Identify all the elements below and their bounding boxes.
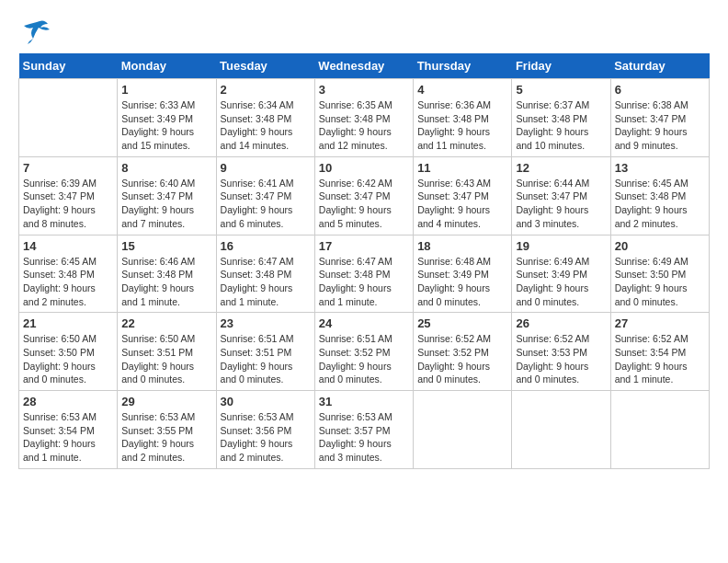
- day-number: 7: [23, 161, 113, 175]
- calendar-cell: 26Sunrise: 6:52 AM Sunset: 3:53 PM Dayli…: [512, 313, 610, 391]
- day-info: Sunrise: 6:52 AM Sunset: 3:54 PM Dayligh…: [615, 332, 705, 386]
- day-number: 19: [516, 239, 606, 253]
- day-number: 18: [417, 239, 507, 253]
- calendar-cell: 15Sunrise: 6:46 AM Sunset: 3:48 PM Dayli…: [118, 235, 216, 313]
- day-info: Sunrise: 6:53 AM Sunset: 3:56 PM Dayligh…: [221, 410, 311, 465]
- logo-bird-icon: [18, 18, 50, 44]
- day-info: Sunrise: 6:43 AM Sunset: 3:47 PM Dayligh…: [417, 177, 507, 231]
- day-number: 1: [121, 83, 211, 97]
- day-number: 6: [615, 83, 705, 97]
- calendar-cell: 14Sunrise: 6:45 AM Sunset: 3:48 PM Dayli…: [19, 235, 118, 313]
- day-number: 24: [319, 316, 409, 330]
- calendar-cell: 19Sunrise: 6:49 AM Sunset: 3:49 PM Dayli…: [512, 235, 610, 313]
- day-number: 5: [516, 83, 606, 97]
- day-number: 30: [221, 395, 311, 408]
- day-number: 12: [516, 161, 606, 175]
- calendar-cell: 18Sunrise: 6:48 AM Sunset: 3:49 PM Dayli…: [414, 235, 512, 313]
- calendar-cell: 10Sunrise: 6:42 AM Sunset: 3:47 PM Dayli…: [314, 156, 413, 235]
- calendar-week-row: 21Sunrise: 6:50 AM Sunset: 3:50 PM Dayli…: [19, 313, 710, 391]
- day-number: 21: [23, 316, 113, 330]
- day-number: 31: [319, 395, 409, 408]
- day-number: 28: [23, 395, 113, 408]
- day-number: 29: [121, 395, 211, 408]
- calendar-cell: 5Sunrise: 6:37 AM Sunset: 3:48 PM Daylig…: [512, 79, 610, 157]
- calendar-body: 1Sunrise: 6:33 AM Sunset: 3:49 PM Daylig…: [19, 79, 710, 469]
- calendar-cell: 20Sunrise: 6:49 AM Sunset: 3:50 PM Dayli…: [610, 235, 709, 313]
- day-number: 13: [615, 161, 705, 175]
- day-number: 9: [221, 161, 311, 175]
- day-number: 10: [319, 161, 409, 175]
- calendar-cell: 13Sunrise: 6:45 AM Sunset: 3:48 PM Dayli…: [610, 156, 709, 235]
- day-info: Sunrise: 6:51 AM Sunset: 3:52 PM Dayligh…: [319, 332, 409, 386]
- calendar-cell: 29Sunrise: 6:53 AM Sunset: 3:55 PM Dayli…: [118, 391, 216, 469]
- day-info: Sunrise: 6:40 AM Sunset: 3:47 PM Dayligh…: [121, 177, 211, 231]
- day-number: 22: [121, 316, 211, 330]
- day-info: Sunrise: 6:46 AM Sunset: 3:48 PM Dayligh…: [121, 255, 211, 309]
- day-info: Sunrise: 6:53 AM Sunset: 3:54 PM Dayligh…: [23, 410, 113, 465]
- calendar-week-row: 7Sunrise: 6:39 AM Sunset: 3:47 PM Daylig…: [19, 156, 710, 235]
- day-info: Sunrise: 6:49 AM Sunset: 3:49 PM Dayligh…: [516, 255, 606, 309]
- calendar-cell: 25Sunrise: 6:52 AM Sunset: 3:52 PM Dayli…: [414, 313, 512, 391]
- day-info: Sunrise: 6:50 AM Sunset: 3:50 PM Dayligh…: [23, 332, 113, 386]
- calendar-cell: 28Sunrise: 6:53 AM Sunset: 3:54 PM Dayli…: [19, 391, 118, 469]
- day-of-week-header: Sunday: [19, 53, 118, 79]
- day-info: Sunrise: 6:53 AM Sunset: 3:57 PM Dayligh…: [319, 410, 409, 465]
- day-number: 23: [221, 316, 311, 330]
- calendar-cell: 6Sunrise: 6:38 AM Sunset: 3:47 PM Daylig…: [610, 79, 709, 157]
- calendar-cell: 30Sunrise: 6:53 AM Sunset: 3:56 PM Dayli…: [216, 391, 314, 469]
- day-info: Sunrise: 6:53 AM Sunset: 3:55 PM Dayligh…: [121, 410, 211, 465]
- day-info: Sunrise: 6:35 AM Sunset: 3:48 PM Dayligh…: [319, 98, 409, 153]
- calendar-week-row: 28Sunrise: 6:53 AM Sunset: 3:54 PM Dayli…: [19, 391, 710, 469]
- day-number: 27: [615, 316, 705, 330]
- day-info: Sunrise: 6:39 AM Sunset: 3:47 PM Dayligh…: [23, 177, 113, 231]
- calendar-cell: 23Sunrise: 6:51 AM Sunset: 3:51 PM Dayli…: [216, 313, 314, 391]
- day-number: 17: [319, 239, 409, 253]
- page-header: [18, 18, 710, 44]
- calendar-cell: 8Sunrise: 6:40 AM Sunset: 3:47 PM Daylig…: [118, 156, 216, 235]
- calendar-cell: 24Sunrise: 6:51 AM Sunset: 3:52 PM Dayli…: [314, 313, 413, 391]
- day-number: 20: [615, 239, 705, 253]
- logo: [18, 18, 51, 44]
- day-info: Sunrise: 6:42 AM Sunset: 3:47 PM Dayligh…: [319, 177, 409, 231]
- day-of-week-header: Friday: [512, 53, 610, 79]
- day-of-week-header: Monday: [118, 53, 216, 79]
- day-info: Sunrise: 6:47 AM Sunset: 3:48 PM Dayligh…: [319, 255, 409, 309]
- day-info: Sunrise: 6:44 AM Sunset: 3:47 PM Dayligh…: [516, 177, 606, 231]
- calendar-cell: 4Sunrise: 6:36 AM Sunset: 3:48 PM Daylig…: [414, 79, 512, 157]
- day-info: Sunrise: 6:49 AM Sunset: 3:50 PM Dayligh…: [615, 255, 705, 309]
- day-info: Sunrise: 6:41 AM Sunset: 3:47 PM Dayligh…: [221, 177, 311, 231]
- day-of-week-header: Tuesday: [216, 53, 314, 79]
- day-of-week-header: Saturday: [610, 53, 709, 79]
- calendar-cell: [19, 79, 118, 157]
- day-info: Sunrise: 6:36 AM Sunset: 3:48 PM Dayligh…: [417, 98, 507, 153]
- day-of-week-header: Thursday: [414, 53, 512, 79]
- day-info: Sunrise: 6:38 AM Sunset: 3:47 PM Dayligh…: [615, 98, 705, 153]
- day-info: Sunrise: 6:33 AM Sunset: 3:49 PM Dayligh…: [121, 98, 211, 153]
- calendar-cell: [512, 391, 610, 469]
- day-info: Sunrise: 6:45 AM Sunset: 3:48 PM Dayligh…: [615, 177, 705, 231]
- day-number: 15: [121, 239, 211, 253]
- calendar-cell: 17Sunrise: 6:47 AM Sunset: 3:48 PM Dayli…: [314, 235, 413, 313]
- calendar-cell: 1Sunrise: 6:33 AM Sunset: 3:49 PM Daylig…: [118, 79, 216, 157]
- calendar-cell: [414, 391, 512, 469]
- calendar-cell: [610, 391, 709, 469]
- day-number: 3: [319, 83, 409, 97]
- day-info: Sunrise: 6:47 AM Sunset: 3:48 PM Dayligh…: [221, 255, 311, 309]
- day-number: 16: [221, 239, 311, 253]
- day-number: 11: [417, 161, 507, 175]
- day-of-week-header: Wednesday: [314, 53, 413, 79]
- day-info: Sunrise: 6:45 AM Sunset: 3:48 PM Dayligh…: [23, 255, 113, 309]
- calendar-week-row: 1Sunrise: 6:33 AM Sunset: 3:49 PM Daylig…: [19, 79, 710, 157]
- day-number: 26: [516, 316, 606, 330]
- day-info: Sunrise: 6:52 AM Sunset: 3:53 PM Dayligh…: [516, 332, 606, 386]
- calendar-cell: 11Sunrise: 6:43 AM Sunset: 3:47 PM Dayli…: [414, 156, 512, 235]
- day-info: Sunrise: 6:52 AM Sunset: 3:52 PM Dayligh…: [417, 332, 507, 386]
- day-number: 8: [121, 161, 211, 175]
- calendar-cell: 21Sunrise: 6:50 AM Sunset: 3:50 PM Dayli…: [19, 313, 118, 391]
- calendar-cell: 16Sunrise: 6:47 AM Sunset: 3:48 PM Dayli…: [216, 235, 314, 313]
- calendar-cell: 2Sunrise: 6:34 AM Sunset: 3:48 PM Daylig…: [216, 79, 314, 157]
- day-info: Sunrise: 6:37 AM Sunset: 3:48 PM Dayligh…: [516, 98, 606, 153]
- calendar-cell: 9Sunrise: 6:41 AM Sunset: 3:47 PM Daylig…: [216, 156, 314, 235]
- calendar-table: SundayMondayTuesdayWednesdayThursdayFrid…: [18, 53, 710, 469]
- calendar-header-row: SundayMondayTuesdayWednesdayThursdayFrid…: [19, 53, 710, 79]
